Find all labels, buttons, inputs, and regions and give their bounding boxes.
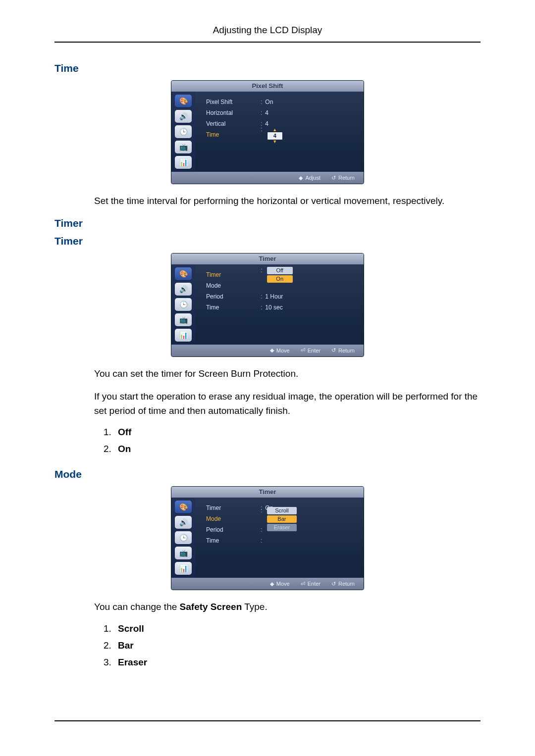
osd-row-label: Horizontal	[206, 109, 261, 116]
osd-row-value[interactable]: : Scroll Bar Eraser	[261, 507, 297, 531]
osd-row-value: :	[261, 526, 265, 533]
multi-icon[interactable]: 📊	[175, 329, 192, 342]
move-icon: ◆	[270, 347, 274, 353]
timer-description-2: If you start the operation to erase any …	[94, 390, 481, 418]
chevron-down-icon[interactable]: ▼	[272, 140, 277, 144]
osd-footer: ◆Adjust ↺Return	[171, 172, 364, 184]
osd-row-label: Time	[206, 131, 261, 138]
setup-icon[interactable]: 📺	[175, 547, 192, 559]
osd-row-value: :On	[261, 99, 273, 105]
mode-description: You can change the Safety Screen Type.	[94, 600, 481, 614]
time-description: Set the time interval for performing the…	[94, 194, 481, 208]
adjust-icon: ◆	[299, 175, 303, 181]
list-item: Eraser	[114, 657, 481, 668]
move-icon: ◆	[270, 581, 274, 587]
list-item: Scroll	[114, 623, 481, 634]
list-item: On	[114, 444, 481, 454]
osd-sidebar: 🎨 🔊 🕒 📺 📊	[171, 92, 195, 172]
footer-label: Enter	[308, 581, 321, 587]
osd-row-value: :1 Hour	[261, 293, 283, 300]
footer-label: Enter	[308, 348, 321, 353]
sound-icon[interactable]: 🔊	[175, 516, 192, 529]
osd-mode: Timer 🎨 🔊 🕒 📺 📊 Timer :On Mode	[54, 486, 481, 590]
footer-label: Move	[276, 348, 290, 353]
osd-row-label: Timer	[206, 504, 261, 511]
osd-row-value[interactable]: : ▲ 4 ▼	[261, 126, 283, 144]
osd-row-label: Period	[206, 526, 261, 533]
mode-options-list: Scroll Bar Eraser	[104, 623, 481, 668]
header-divider	[54, 42, 481, 43]
footer-divider	[54, 720, 481, 721]
sound-icon[interactable]: 🔊	[175, 110, 192, 123]
enter-icon: ⏎	[301, 347, 305, 353]
picture-icon[interactable]: 🎨	[175, 267, 192, 280]
page-header: Adjusting the LCD Display	[54, 25, 481, 42]
picture-icon[interactable]: 🎨	[175, 95, 192, 107]
list-item: Bar	[114, 640, 481, 651]
osd-title: Pixel Shift	[171, 81, 364, 92]
osd-pixel-shift: Pixel Shift 🎨 🔊 🕒 📺 📊 Pixel Shift :On Ho…	[54, 80, 481, 184]
osd-title: Timer	[171, 487, 364, 498]
osd-footer: ◆Move ⏎Enter ↺Return	[171, 345, 364, 356]
picture-icon[interactable]: 🎨	[175, 501, 192, 513]
clock-icon[interactable]: 🕒	[175, 298, 192, 311]
return-icon: ↺	[331, 175, 336, 181]
heading-mode: Mode	[54, 468, 481, 480]
return-icon: ↺	[331, 347, 336, 353]
footer-label: Return	[338, 581, 355, 587]
clock-icon[interactable]: 🕒	[175, 531, 192, 544]
heading-timer-sub: Timer	[54, 235, 481, 247]
enter-icon: ⏎	[301, 581, 305, 587]
setup-icon[interactable]: 📺	[175, 141, 192, 153]
osd-title: Timer	[171, 253, 364, 264]
option-eraser[interactable]: Eraser	[267, 524, 297, 531]
heading-timer: Timer	[54, 217, 481, 229]
osd-row-label: Time	[206, 304, 261, 311]
chevron-up-icon[interactable]: ▲	[272, 128, 277, 132]
osd-row-value: :	[261, 537, 265, 544]
option-bar[interactable]: Bar	[267, 515, 297, 523]
option-scroll[interactable]: Scroll	[267, 507, 297, 514]
osd-row-value: :4	[261, 109, 268, 116]
timer-description-1: You can set the timer for Screen Burn Pr…	[94, 367, 481, 381]
multi-icon[interactable]: 📊	[175, 562, 192, 575]
sound-icon[interactable]: 🔊	[175, 283, 192, 296]
multi-icon[interactable]: 📊	[175, 156, 192, 169]
osd-sidebar: 🎨 🔊 🕒 📺 📊	[171, 498, 195, 578]
osd-sidebar: 🎨 🔊 🕒 📺 📊	[171, 264, 195, 345]
osd-row-label: Mode	[206, 282, 261, 289]
footer-label: Return	[338, 175, 355, 181]
osd-row-value: :10 sec	[261, 304, 283, 311]
osd-footer: ◆Move ⏎Enter ↺Return	[171, 578, 364, 590]
footer-label: Return	[338, 348, 355, 353]
footer-label: Move	[276, 581, 290, 587]
timer-options-list: Off On	[104, 427, 481, 454]
option-on[interactable]: On	[267, 275, 293, 283]
return-icon: ↺	[331, 581, 336, 587]
osd-row-label: Pixel Shift	[206, 99, 261, 105]
option-off[interactable]: Off	[267, 267, 293, 274]
osd-row-label: Timer	[206, 271, 261, 278]
setup-icon[interactable]: 📺	[175, 313, 192, 326]
footer-label: Adjust	[305, 175, 321, 181]
osd-row-label: Vertical	[206, 120, 261, 127]
list-item: Off	[114, 427, 481, 438]
clock-icon[interactable]: 🕒	[175, 125, 192, 138]
osd-timer: Timer 🎨 🔊 🕒 📺 📊 Timer : Off O	[54, 253, 481, 357]
heading-time: Time	[54, 62, 481, 74]
osd-row-value[interactable]: : Off On	[261, 267, 293, 283]
osd-row-label: Mode	[206, 515, 261, 522]
osd-row-label: Period	[206, 293, 261, 300]
osd-row-label: Time	[206, 537, 261, 544]
